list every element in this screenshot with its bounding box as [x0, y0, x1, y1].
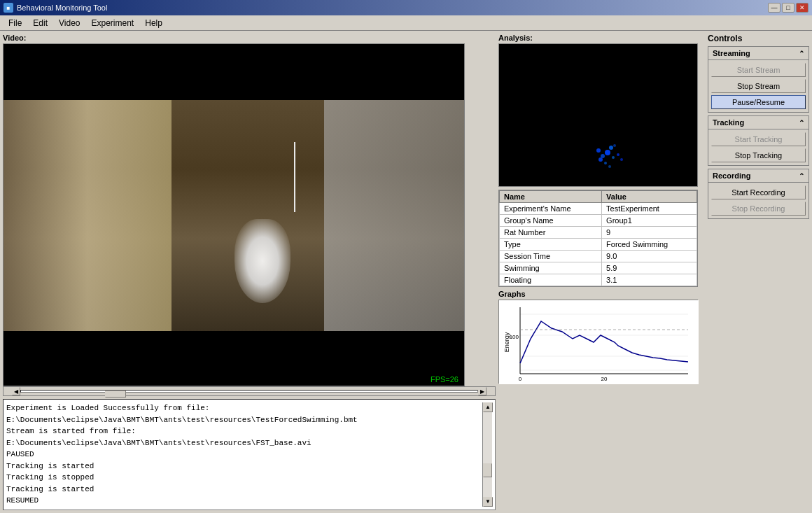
window-title: Behavioral Monitoring Tool: [17, 3, 107, 12]
row-name: Experiment's Name: [500, 203, 602, 215]
log-scroll-handle[interactable]: [483, 463, 492, 477]
video-cage-right: [324, 100, 464, 331]
svg-point-11: [608, 165, 611, 168]
title-bar-controls: — □ ✕: [768, 3, 808, 13]
graphs-section: Graphs Energy 100 0: [498, 290, 705, 384]
close-button[interactable]: ✕: [796, 3, 808, 13]
row-value: TestExperiment: [602, 203, 697, 215]
svg-text:100: 100: [510, 334, 519, 340]
analysis-svg: [499, 44, 698, 187]
streaming-label: Streaming: [713, 49, 750, 57]
scroll-right-btn[interactable]: ▶: [478, 387, 486, 395]
video-container: FPS=26: [3, 43, 465, 386]
col-name-header: Name: [500, 191, 602, 203]
horizontal-scrollbar[interactable]: ◀ ▶: [3, 386, 496, 396]
graph-svg: Energy 100 0 20: [499, 300, 699, 384]
stop-stream-button[interactable]: Stop Stream: [711, 79, 806, 93]
svg-point-4: [612, 156, 615, 159]
log-line: RESUMED: [6, 495, 482, 507]
minimize-button[interactable]: —: [768, 3, 780, 13]
row-value: 3.1: [602, 274, 697, 286]
analysis-canvas: [498, 43, 698, 187]
row-name: Group's Name: [500, 215, 602, 227]
svg-point-7: [604, 162, 607, 164]
menu-help[interactable]: Help: [139, 17, 168, 29]
log-line: Tracking is started: [6, 484, 482, 496]
log-line: Experiment is Loaded Successfully from f…: [6, 402, 482, 414]
svg-point-9: [598, 157, 603, 162]
log-scrollbar[interactable]: ▲ ▼: [482, 402, 492, 507]
menu-edit[interactable]: Edit: [27, 17, 53, 29]
scrollbar-track[interactable]: [20, 390, 478, 393]
row-value: 5.9: [602, 262, 697, 274]
recording-label: Recording: [713, 171, 750, 180]
recording-body: Start Recording Stop Recording: [708, 183, 808, 218]
streaming-body: Start Stream Stop Stream Pause/Resume: [708, 60, 808, 112]
log-scroll-track[interactable]: [483, 412, 492, 497]
svg-point-1: [605, 150, 610, 155]
tracking-group: Tracking ⌃ Start Tracking Stop Tracking: [708, 115, 809, 166]
tracking-label: Tracking: [713, 118, 744, 127]
title-bar: ■ Behavioral Monitoring Tool — □ ✕: [0, 0, 812, 15]
log-scroll-up[interactable]: ▲: [483, 402, 493, 412]
start-stream-button[interactable]: Start Stream: [711, 63, 806, 77]
log-line: PAUSED: [6, 449, 482, 461]
video-top-black: [4, 44, 464, 100]
left-panel: Video: FPS=26 ◀: [3, 34, 496, 510]
video-line: [294, 142, 295, 212]
start-recording-button[interactable]: Start Recording: [711, 185, 806, 199]
log-text: Experiment is Loaded Successfully from f…: [6, 402, 482, 507]
pause-resume-button[interactable]: Pause/Resume: [711, 95, 806, 109]
analysis-label: Analysis:: [498, 34, 705, 42]
stop-recording-button[interactable]: Stop Recording: [711, 202, 806, 216]
table-row: Session Time9.0: [500, 251, 697, 262]
recording-collapse-btn[interactable]: ⌃: [799, 172, 804, 180]
menu-bar: File Edit Video Experiment Help: [0, 15, 812, 31]
menu-video[interactable]: Video: [53, 17, 85, 29]
analysis-table-container: Name Value Experiment's NameTestExperime…: [498, 190, 698, 287]
streaming-collapse-btn[interactable]: ⌃: [799, 50, 804, 57]
maximize-button[interactable]: □: [782, 3, 794, 13]
svg-text:20: 20: [601, 376, 608, 382]
row-value: 9: [602, 227, 697, 239]
row-name: Swimming: [500, 262, 602, 274]
recording-group: Recording ⌃ Start Recording Stop Recordi…: [708, 169, 809, 219]
stop-tracking-button[interactable]: Stop Tracking: [711, 148, 806, 162]
scrollbar-thumb[interactable]: [105, 391, 126, 398]
middle-panel: Analysis:: [498, 34, 705, 510]
svg-point-6: [617, 153, 620, 156]
analysis-section: Analysis:: [498, 34, 705, 187]
tracking-collapse-btn[interactable]: ⌃: [799, 119, 804, 127]
video-bottom-black: FPS=26: [4, 331, 464, 386]
app-icon: ■: [4, 3, 13, 13]
graphs-label: Graphs: [498, 290, 705, 298]
log-line: E:\Documents\eclipse\Java\BMT\BMT\ants\t…: [6, 437, 482, 449]
menu-experiment[interactable]: Experiment: [86, 17, 140, 29]
video-main: [4, 100, 464, 331]
table-row: Floating3.1: [500, 274, 697, 286]
scroll-left-btn[interactable]: ◀: [12, 387, 20, 395]
row-value: Group1: [602, 215, 697, 227]
tracking-body: Start Tracking Stop Tracking: [708, 129, 808, 165]
right-panel: Controls Streaming ⌃ Start Stream Stop S…: [708, 34, 809, 510]
table-row: Rat Number9: [500, 227, 697, 239]
analysis-table: Name Value Experiment's NameTestExperime…: [499, 190, 697, 286]
video-label: Video:: [3, 34, 496, 42]
col-value-header: Value: [602, 191, 697, 203]
svg-rect-0: [499, 44, 698, 187]
log-scroll-down[interactable]: ▼: [483, 497, 493, 507]
table-row: Swimming5.9: [500, 262, 697, 274]
menu-file[interactable]: File: [3, 17, 27, 29]
svg-point-10: [620, 158, 623, 161]
title-bar-left: ■ Behavioral Monitoring Tool: [4, 3, 107, 13]
log-line: Tracking is started: [6, 461, 482, 472]
log-line: Stream is started from file:: [6, 426, 482, 437]
controls-label: Controls: [708, 34, 809, 43]
video-rat: [234, 219, 290, 303]
svg-point-8: [613, 144, 616, 147]
row-value: Forced Swimming: [602, 239, 697, 251]
graphs-canvas: Energy 100 0 20: [498, 300, 698, 384]
svg-point-3: [601, 154, 605, 158]
log-section: Experiment is Loaded Successfully from f…: [3, 399, 496, 510]
start-tracking-button[interactable]: Start Tracking: [711, 132, 806, 146]
